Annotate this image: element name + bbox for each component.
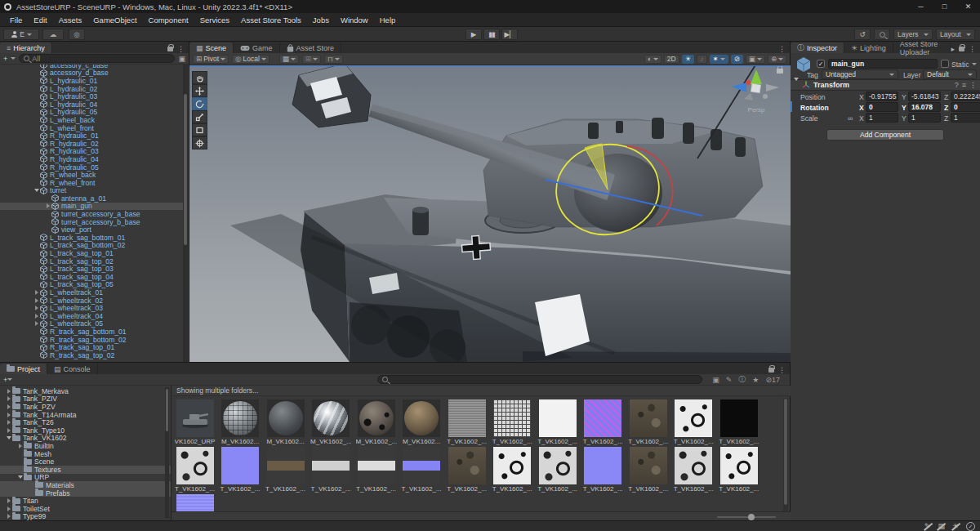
- asset-texture[interactable]: T_VK1602_...: [626, 447, 670, 493]
- folder-row-materials-selected[interactable]: Materials: [0, 481, 171, 489]
- kebab-menu-icon[interactable]: ⋮: [969, 45, 976, 53]
- create-button[interactable]: +: [3, 55, 7, 63]
- asset-material[interactable]: M_VK1602...: [219, 399, 262, 445]
- hierarchy-item[interactable]: L_track_sag_bottom_01: [0, 234, 183, 242]
- layers-dropdown[interactable]: Layers: [893, 29, 933, 40]
- menu-services[interactable]: Services: [194, 16, 235, 25]
- asset-texture[interactable]: T_VK1602_...: [491, 399, 534, 445]
- folder-row-prefabs-selected[interactable]: Prefabs: [0, 489, 171, 498]
- lock-icon[interactable]: [959, 47, 964, 51]
- folder-row[interactable]: Tank_PZV: [0, 403, 171, 411]
- static-caret-icon[interactable]: [972, 63, 977, 68]
- close-button[interactable]: ✕: [956, 0, 980, 13]
- layer-dropdown[interactable]: Default: [923, 69, 977, 79]
- tab-scene[interactable]: ▦Scene: [189, 42, 234, 53]
- draw-mode-dropdown[interactable]: ◐: [644, 55, 662, 64]
- hierarchy-item[interactable]: antenna_a_01: [0, 194, 183, 203]
- menu-help[interactable]: Help: [374, 16, 402, 25]
- tab-asset-store[interactable]: Asset Store: [280, 42, 342, 53]
- hierarchy-item[interactable]: L_wheeltrack_05: [0, 320, 183, 328]
- position-x-field[interactable]: -0.91755: [866, 91, 898, 101]
- layout-dropdown[interactable]: Layout: [936, 29, 975, 40]
- asset-grid-scrollbar[interactable]: [783, 398, 788, 511]
- hierarchy-scrollbar[interactable]: [183, 65, 188, 362]
- hierarchy-item[interactable]: L_wheeltrack_01: [0, 288, 183, 297]
- kebab-menu-icon[interactable]: ⋮: [778, 366, 786, 374]
- rotate-tool[interactable]: [192, 97, 207, 110]
- grid-visibility-dropdown[interactable]: ▦: [279, 55, 299, 64]
- kebab-menu-icon[interactable]: ⋮: [778, 45, 786, 53]
- add-component-button[interactable]: Add Component: [826, 129, 944, 141]
- asset-material[interactable]: M_VK1602_...: [310, 399, 353, 445]
- scale-z-field[interactable]: 1: [951, 113, 980, 123]
- effects-dropdown[interactable]: ✶: [710, 55, 728, 64]
- tab-inspector[interactable]: ⓘInspector: [791, 42, 844, 53]
- folder-row[interactable]: Tank_Type10: [0, 426, 171, 435]
- asset-texture[interactable]: T_VK1602_...: [491, 447, 534, 493]
- tab-scroll-icon[interactable]: ▸: [951, 45, 955, 53]
- asset-texture[interactable]: T_VK1602_...: [219, 447, 262, 493]
- position-z-field[interactable]: 0.222245: [951, 91, 980, 101]
- asset-texture[interactable]: T_VK1602_...: [717, 399, 760, 445]
- status-lighting-disabled-icon[interactable]: ☀: [952, 522, 959, 531]
- menu-edit[interactable]: Edit: [28, 16, 52, 25]
- asset-texture[interactable]: T_VK1602_...: [672, 447, 715, 493]
- hierarchy-item[interactable]: R_track_sag_top_02: [0, 351, 183, 359]
- asset-texture[interactable]: T_VK1602_...: [173, 447, 216, 493]
- audio-toggle[interactable]: ♪: [697, 55, 706, 64]
- edit-icon[interactable]: ✎: [726, 376, 733, 384]
- tab-project[interactable]: Project: [0, 364, 47, 374]
- thumbnail-size-slider[interactable]: [717, 516, 776, 518]
- menu-component[interactable]: Component: [143, 16, 194, 25]
- hierarchy-item[interactable]: R_track_sag_bottom_01: [0, 328, 183, 336]
- 2d-toggle[interactable]: 2D: [664, 55, 679, 64]
- lighting-toggle[interactable]: ☀: [682, 55, 695, 64]
- foldout-icon[interactable]: [794, 81, 799, 89]
- asset-texture[interactable]: T_VK1602_...: [310, 447, 353, 493]
- scale-y-field[interactable]: 1: [908, 113, 941, 123]
- tab-asset-store-uploader[interactable]: Asset Store Uploader: [893, 42, 951, 53]
- hierarchy-item[interactable]: L_track_sag_top_02: [0, 257, 183, 266]
- tab-console[interactable]: ▤Console: [47, 364, 98, 374]
- hand-tool[interactable]: [192, 71, 207, 84]
- kebab-menu-icon[interactable]: ⋮: [177, 45, 185, 53]
- folder-row[interactable]: Tank_Merkava: [0, 387, 171, 395]
- hierarchy-item[interactable]: L_hydraulic_02: [0, 85, 183, 93]
- hierarchy-item[interactable]: L_wheel_back: [0, 116, 183, 124]
- move-tool[interactable]: [192, 84, 207, 97]
- asset-texture[interactable]: T_VK1602_...: [445, 399, 488, 445]
- scene-visibility-toggle[interactable]: ⊘: [731, 55, 743, 64]
- rotation-x-field[interactable]: 0: [866, 102, 898, 112]
- hierarchy-item[interactable]: turret_accessory_a_base: [0, 210, 183, 218]
- step-button[interactable]: ▶▏: [501, 29, 518, 40]
- asset-texture[interactable]: T_VK1602_...: [536, 399, 579, 445]
- hierarchy-search-input[interactable]: All: [19, 54, 175, 63]
- picker-icon[interactable]: ▣: [178, 55, 185, 63]
- hidden-count[interactable]: ⊘17: [765, 376, 780, 384]
- camera-settings-dropdown[interactable]: ▣: [746, 55, 765, 64]
- hierarchy-item[interactable]: R_wheel_back: [0, 171, 183, 179]
- hierarchy-item[interactable]: L_track_sag_top_03: [0, 265, 183, 273]
- hierarchy-item[interactable]: view_port: [0, 225, 183, 234]
- package-icon[interactable]: ▣: [712, 376, 719, 384]
- pause-button[interactable]: ▮▮: [483, 29, 500, 40]
- menu-assets[interactable]: Assets: [53, 16, 88, 25]
- folder-row[interactable]: ToiletSet: [0, 505, 171, 513]
- scene-viewport[interactable]: Persp: [189, 65, 791, 362]
- status-edit-disabled-icon[interactable]: ✎: [924, 522, 931, 531]
- rotation-z-field[interactable]: 0: [951, 102, 980, 112]
- menu-file[interactable]: File: [4, 16, 28, 25]
- asset-texture[interactable]: T_VK1602_...: [581, 399, 625, 445]
- folder-row[interactable]: Tank_PZIV: [0, 395, 171, 404]
- help-icon[interactable]: ?: [955, 81, 959, 89]
- local-dropdown[interactable]: ◎Local: [232, 55, 270, 64]
- minimize-button[interactable]: ─: [909, 0, 933, 13]
- hierarchy-item[interactable]: R_hydraulic_03: [0, 148, 183, 156]
- folder-row[interactable]: Mesh: [0, 450, 171, 458]
- tab-hierarchy[interactable]: ≡Hierarchy: [0, 42, 52, 53]
- hierarchy-item[interactable]: L_track_sag_top_05: [0, 281, 183, 289]
- menu-asset-store-tools[interactable]: Asset Store Tools: [235, 16, 307, 25]
- static-checkbox[interactable]: [941, 60, 949, 68]
- link-icon[interactable]: ∞: [848, 114, 853, 123]
- rect-tool[interactable]: [192, 123, 207, 136]
